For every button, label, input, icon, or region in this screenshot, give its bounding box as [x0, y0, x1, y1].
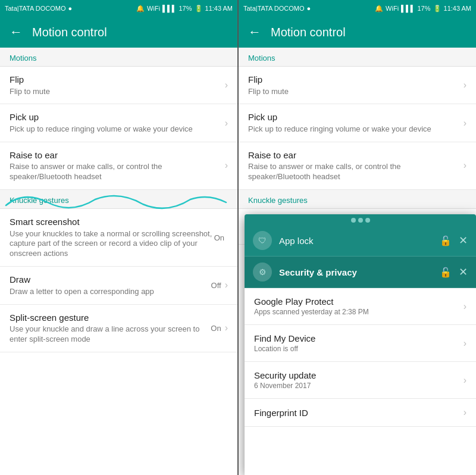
shield-icon: 🛡	[258, 236, 267, 245]
raise-subtitle-left: Raise to answer or make calls, or contro…	[10, 162, 225, 182]
security-title: Security & privacy	[279, 267, 440, 277]
applock-title: App lock	[279, 236, 440, 246]
list-item-raise-right[interactable]: Raise to ear Raise to answer or make cal…	[239, 142, 476, 190]
page-title-left: Motion control	[32, 26, 107, 39]
right-screen: Tata|TATA DOCOMO ● 🔔 WiFi ▌▌▌ 17% 🔋 11:4…	[239, 0, 476, 475]
chevron-flip-left: ›	[225, 80, 228, 90]
status-icons-right: 🔔 WiFi ▌▌▌ 17% 🔋 11:43 AM	[375, 5, 471, 12]
secupdate-title: Security update	[254, 370, 464, 380]
carrier-text-right: Tata|TATA DOCOMO	[243, 5, 304, 12]
list-item-flip-right[interactable]: Flip Flip to mute ›	[239, 67, 476, 104]
sim-dot-right: ●	[306, 5, 311, 12]
fmd-subtitle: Location is off	[254, 345, 464, 353]
list-item-pickup-left[interactable]: Pick up Pick up to reduce ringing volume…	[0, 104, 237, 142]
page-title-right: Motion control	[271, 26, 346, 39]
chevron-fingerprint: ›	[464, 407, 466, 418]
chevron-flip-right: ›	[464, 80, 466, 90]
list-item-pickup-right[interactable]: Pick up Pick up to reduce ringing volume…	[239, 104, 476, 142]
list-item-raise-left[interactable]: Raise to ear Raise to answer or make cal…	[0, 142, 237, 190]
splitscreen-subtitle-left: Use your knuckle and draw a line across …	[10, 324, 211, 345]
carrier-text-left: Tata|TATA DOCOMO	[5, 5, 65, 12]
top-bar-left: ← Motion control	[0, 17, 237, 48]
pickup-title-right: Pick up	[248, 111, 464, 123]
list-item-flip-left[interactable]: Flip Flip to mute ›	[0, 67, 237, 104]
security-close-button[interactable]: ✕	[459, 265, 468, 279]
back-button-left[interactable]: ←	[10, 24, 23, 40]
content-left: Motions Flip Flip to mute › Pick up Pick…	[0, 48, 237, 475]
chevron-raise-left: ›	[225, 160, 228, 171]
chevron-pickup-right: ›	[464, 118, 466, 129]
chevron-splitscreen-left: ›	[225, 323, 228, 333]
secupdate-subtitle: 6 November 2017	[254, 382, 464, 390]
section-knuckle-right: Knuckle gestures	[239, 190, 476, 209]
popup-drag-handle[interactable]	[245, 214, 476, 225]
status-icons-left: 🔔 WiFi ▌▌▌ 17% 🔋 11:43 AM	[136, 5, 233, 12]
section-knuckle-left: Knuckle gestures	[0, 190, 237, 209]
drag-dot-2	[358, 218, 363, 223]
security-icon: ⚙	[253, 262, 272, 282]
popup-row-applock[interactable]: 🛡 App lock 🔓 ✕	[245, 225, 476, 257]
popup-panel: 🛡 App lock 🔓 ✕ ⚙ Security & privacy 🔓 ✕ …	[245, 214, 476, 475]
wifi-icon-right: WiFi	[386, 5, 399, 12]
battery-text-left: 17%	[178, 5, 192, 12]
flip-subtitle-left: Flip to mute	[10, 87, 225, 97]
screenshot-title-left: Smart screenshot	[10, 216, 214, 228]
fingerprint-title: Fingerprint ID	[254, 408, 464, 418]
popup-item-findmydevice[interactable]: Find My Device Location is off ›	[245, 325, 476, 362]
drag-dot-1	[351, 218, 356, 223]
applock-close-button[interactable]: ✕	[459, 234, 468, 247]
battery-icon-left: 🔋	[195, 5, 203, 12]
section-motions-left: Motions	[0, 48, 237, 67]
list-item-splitscreen-left[interactable]: Split-screen gesture Use your knuckle an…	[0, 305, 237, 352]
chevron-gpp: ›	[464, 301, 466, 312]
draw-title-left: Draw	[10, 274, 211, 286]
alarm-icon-right: 🔔	[375, 5, 383, 12]
sim-dot-left: ●	[68, 5, 72, 12]
applock-icon: 🛡	[253, 231, 272, 250]
list-item-draw-left[interactable]: Draw Draw a letter to open a correspondi…	[0, 267, 237, 304]
raise-title-left: Raise to ear	[10, 149, 225, 161]
pickup-subtitle-right: Pick up to reduce ringing volume or wake…	[248, 124, 464, 135]
chevron-fmd: ›	[464, 338, 466, 349]
back-button-right[interactable]: ←	[248, 24, 261, 40]
wifi-icon-left: WiFi	[147, 5, 160, 12]
flip-title-left: Flip	[10, 74, 225, 86]
screenshot-value-left: On	[214, 233, 224, 242]
status-bar-left: Tata|TATA DOCOMO ● 🔔 WiFi ▌▌▌ 17% 🔋 11:4…	[0, 0, 237, 17]
flip-title-right: Flip	[248, 74, 464, 86]
status-bar-right: Tata|TATA DOCOMO ● 🔔 WiFi ▌▌▌ 17% 🔋 11:4…	[239, 0, 476, 17]
splitscreen-value-left: On	[211, 324, 221, 333]
left-screen: Tata|TATA DOCOMO ● 🔔 WiFi ▌▌▌ 17% 🔋 11:4…	[0, 0, 237, 475]
draw-subtitle-left: Draw a letter to open a corresponding ap…	[10, 287, 211, 297]
security-lock-icon: 🔓	[440, 267, 452, 278]
popup-item-gpp[interactable]: Google Play Protect Apps scanned yesterd…	[245, 288, 476, 325]
signal-icon-right: ▌▌▌	[401, 5, 415, 12]
popup-row-security[interactable]: ⚙ Security & privacy 🔓 ✕	[245, 257, 476, 288]
popup-item-fingerprint[interactable]: Fingerprint ID ›	[245, 399, 476, 427]
screenshot-subtitle-left: Use your knuckles to take a normal or sc…	[10, 229, 214, 260]
pickup-subtitle-left: Pick up to reduce ringing volume or wake…	[10, 124, 225, 135]
gear-icon: ⚙	[259, 267, 267, 277]
alarm-icon-left: 🔔	[136, 5, 145, 12]
raise-title-right: Raise to ear	[248, 149, 464, 161]
gpp-subtitle: Apps scanned yesterday at 2:38 PM	[254, 308, 464, 316]
battery-icon-right: 🔋	[433, 5, 441, 12]
section-motions-right: Motions	[239, 48, 476, 67]
popup-content: Google Play Protect Apps scanned yesterd…	[245, 288, 476, 475]
splitscreen-title-left: Split-screen gesture	[10, 312, 211, 324]
applock-lock-icon: 🔓	[440, 235, 452, 246]
chevron-secupdate: ›	[464, 375, 466, 386]
time-left: 11:43 AM	[205, 5, 233, 12]
battery-text-right: 17%	[417, 5, 430, 12]
flip-subtitle-right: Flip to mute	[248, 87, 464, 97]
pickup-title-left: Pick up	[10, 111, 225, 123]
chevron-draw-left: ›	[225, 280, 228, 290]
chevron-pickup-left: ›	[225, 118, 228, 129]
list-item-screenshot-left[interactable]: Smart screenshot Use your knuckles to ta…	[0, 209, 237, 267]
chevron-raise-right: ›	[464, 160, 466, 171]
raise-subtitle-right: Raise to answer or make calls, or contro…	[248, 162, 464, 182]
popup-item-secupdate[interactable]: Security update 6 November 2017 ›	[245, 362, 476, 399]
status-carrier-left: Tata|TATA DOCOMO ●	[5, 5, 72, 12]
drag-dot-3	[365, 218, 370, 223]
time-right: 11:43 AM	[444, 5, 471, 12]
